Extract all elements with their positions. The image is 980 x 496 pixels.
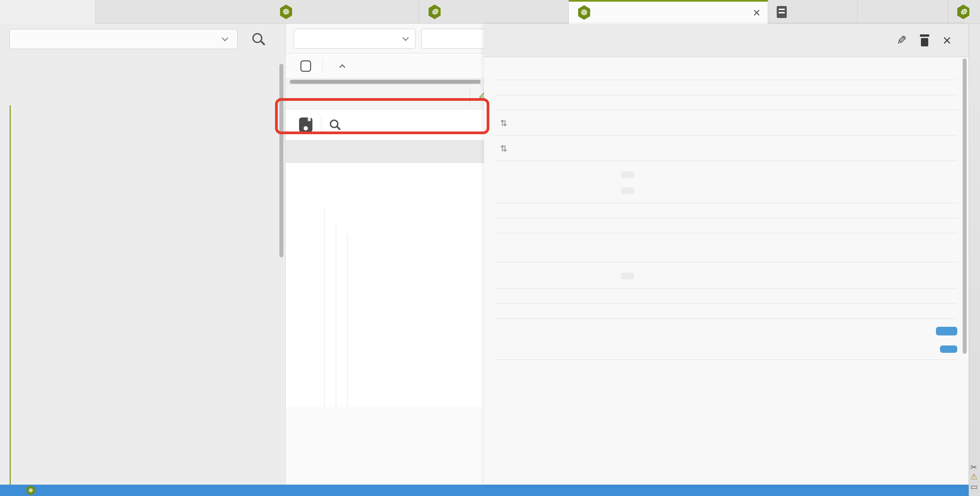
details-panel-header: ✎ × (484, 24, 969, 57)
forward-button[interactable] (940, 345, 957, 353)
detail-row-name (495, 80, 957, 95)
selector-badge (621, 171, 634, 178)
lens-app-window: ☸ ☸ ☸ × ☸ (0, 0, 980, 496)
edit-pencil-icon[interactable]: ✎ (897, 33, 907, 48)
annotation-highlight-box (275, 98, 489, 134)
kubeconfig-row (0, 24, 285, 57)
cluster-ip-badge (621, 273, 634, 279)
detail-row-ip-family-policy (495, 304, 957, 319)
yaml-editor[interactable] (286, 163, 484, 407)
panel-scrollbar[interactable] (963, 59, 967, 354)
detail-row-cluster-ips (495, 262, 957, 289)
tab-pods[interactable]: ☸ (271, 0, 419, 24)
indent-guide (336, 222, 336, 407)
workspace-toolbar (286, 24, 484, 53)
tab-partial[interactable]: ☸ (948, 0, 980, 24)
expand-toggle-icon[interactable]: ⇅ (500, 118, 508, 129)
scissors-icon: ✂ (970, 463, 977, 472)
kubeconfig-selector[interactable] (10, 29, 238, 49)
active-cluster-accent-line (10, 105, 11, 485)
table-header (286, 53, 484, 79)
kubernetes-icon: ☸ (957, 5, 970, 19)
namespace-selector[interactable] (294, 29, 415, 49)
detail-row-labels: ⇅ (495, 110, 957, 135)
detail-row-cluster-ip (495, 247, 957, 262)
detail-row-session-affinity (495, 218, 957, 233)
close-panel-icon[interactable]: × (943, 33, 951, 48)
stop-remove-button[interactable] (936, 327, 957, 335)
detail-row-ports (495, 319, 957, 360)
warning-icon: ⚠ (970, 472, 978, 481)
horizontal-scrollbar-thumb[interactable] (290, 80, 480, 84)
status-bar: ☸ (0, 485, 969, 496)
close-tab-icon[interactable]: × (753, 6, 760, 19)
indent-guide (325, 209, 325, 407)
indent-guide (347, 234, 347, 407)
sort-ascending-icon (339, 64, 345, 70)
name-column-header[interactable] (332, 62, 344, 70)
service-details-panel: ✎ × ⇅ ⇅ (484, 24, 969, 485)
search-input[interactable] (421, 29, 484, 49)
chevron-down-icon (402, 34, 409, 41)
details-panel-body: ⇅ ⇅ (484, 57, 969, 485)
detail-row-ip-families (495, 289, 957, 304)
detail-row-namespace (495, 95, 957, 110)
detail-row-selector (495, 161, 957, 203)
horizontal-scrollbar[interactable] (286, 79, 484, 85)
document-icon (777, 6, 787, 18)
navigator-sidebar (0, 24, 286, 485)
detail-row-type (495, 203, 957, 218)
tab-alertmanager-configs[interactable]: ☸ (419, 0, 569, 24)
expand-toggle-icon[interactable]: ⇅ (500, 143, 508, 154)
kubernetes-icon: ☸ (428, 5, 441, 19)
services-workspace: ✎ (286, 24, 484, 485)
detail-row-annotations: ⇅ (495, 135, 957, 161)
editing-banner (286, 140, 484, 163)
tab-release-notes[interactable] (768, 0, 858, 24)
kubernetes-icon: ☸ (26, 485, 35, 495)
detail-row-created (495, 65, 957, 80)
chevron-down-icon (222, 35, 228, 41)
small-box-icon: ▭ (970, 482, 978, 491)
navigator-panel-title (0, 0, 95, 24)
tab-services-active[interactable]: ☸ × (569, 0, 768, 24)
search-icon[interactable] (252, 33, 262, 43)
selector-badge (621, 187, 634, 194)
kubernetes-icon: ☸ (279, 5, 293, 19)
sidebar-scrollbar[interactable] (279, 64, 283, 258)
select-all-checkbox[interactable] (301, 60, 311, 72)
delete-trash-icon[interactable] (920, 34, 929, 46)
tab-bar: ☸ ☸ ☸ × ☸ (0, 0, 980, 24)
background-window-strip: ✂ ⚠ ▭ (969, 0, 980, 496)
kubernetes-icon: ☸ (578, 5, 591, 20)
